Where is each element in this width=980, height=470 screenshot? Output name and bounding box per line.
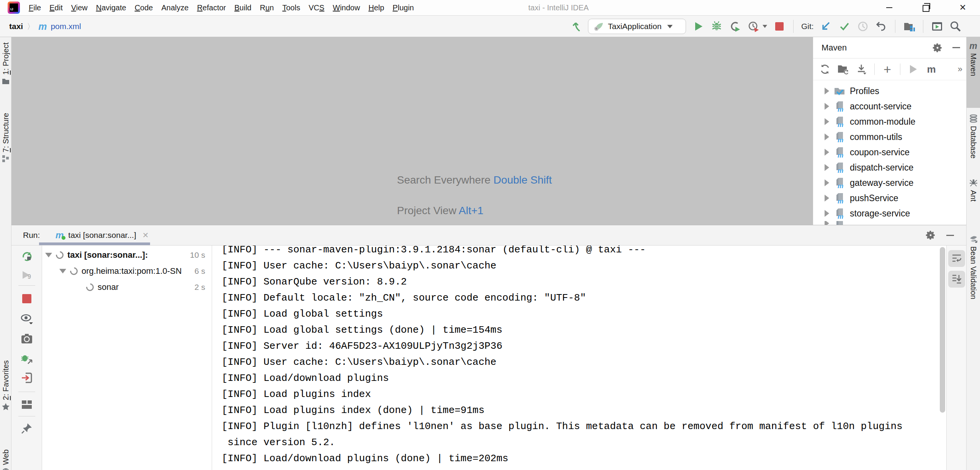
maven-module-row[interactable]: m pushService <box>813 190 966 206</box>
menu-item[interactable]: Plugin <box>389 3 418 12</box>
generate-sources-icon[interactable] <box>838 63 849 75</box>
gear-icon[interactable] <box>926 230 936 240</box>
collapse-icon[interactable] <box>59 269 66 273</box>
scroll-to-end-icon[interactable] <box>948 271 965 288</box>
menu-item[interactable]: Code <box>131 3 157 12</box>
expand-icon[interactable] <box>825 149 829 156</box>
maven-toolwindow: Maven + m » <box>813 37 966 225</box>
run-tree-leaf[interactable]: sonar 2 s <box>86 279 210 295</box>
sidebar-item-bean-validation[interactable]: Bean Validation <box>967 230 980 311</box>
sidebar-item-maven[interactable]: m Maven <box>967 37 980 108</box>
sidebar-item-favorites[interactable]: 2: Favorites <box>0 360 11 410</box>
soft-wrap-icon[interactable] <box>948 250 965 267</box>
hint-project-view: Project View Alt+1 <box>397 205 483 217</box>
sidebar-item-structure[interactable]: 7: Structure <box>0 113 11 162</box>
camera-snapshot-icon[interactable] <box>21 333 33 345</box>
menu-item[interactable]: Analyze <box>157 3 193 12</box>
database-icon <box>969 114 978 123</box>
expand-icon[interactable] <box>825 195 829 202</box>
menu-item[interactable]: Refactor <box>193 3 230 12</box>
run-tree-child[interactable]: org.heima:taxi:pom:1.0-SN 6 s <box>59 263 210 279</box>
restore-layout-icon[interactable] <box>21 398 33 411</box>
maven-profiles-row[interactable]: Profiles <box>813 83 966 99</box>
reimport-maven-icon[interactable] <box>819 63 831 75</box>
sidebar-item-web[interactable]: Web <box>0 449 11 470</box>
expand-icon[interactable] <box>825 103 829 110</box>
rollback-icon[interactable] <box>875 20 887 33</box>
git-commit-button[interactable] <box>838 20 851 33</box>
expand-icon[interactable] <box>825 210 829 217</box>
stop-icon[interactable] <box>21 293 33 305</box>
editor-area[interactable]: Search Everywhere Double Shift Project V… <box>11 37 813 225</box>
menu-item[interactable]: Window <box>328 3 364 12</box>
breadcrumb-project[interactable]: taxi <box>9 22 23 31</box>
hide-icon[interactable] <box>952 47 960 48</box>
maven-file-icon: m <box>38 21 47 32</box>
menu-item[interactable]: Build <box>230 3 255 12</box>
attach-debugger-icon[interactable] <box>21 353 33 365</box>
menu-item[interactable]: Tools <box>278 3 304 12</box>
menu-item[interactable]: Edit <box>45 3 67 12</box>
menu-item[interactable]: Run <box>256 3 278 12</box>
pin-tab-icon[interactable] <box>21 422 33 434</box>
maven-module-row-clipped[interactable] <box>813 221 966 225</box>
sidebar-item-project[interactable]: 1: Project <box>0 42 11 85</box>
rerun-icon[interactable] <box>21 250 33 262</box>
restore-button[interactable] <box>917 0 935 15</box>
project-structure-icon[interactable] <box>903 20 915 33</box>
search-everywhere-icon[interactable] <box>949 20 962 33</box>
exit-process-icon[interactable] <box>21 372 33 384</box>
separator <box>18 392 35 392</box>
svg-text:m: m <box>838 182 843 189</box>
run-configuration-select[interactable]: TaxiApplication <box>588 19 686 34</box>
maven-module-row[interactable]: m gateway-service <box>813 175 966 190</box>
git-update-button[interactable] <box>820 20 832 33</box>
expand-icon[interactable] <box>825 133 829 140</box>
menu-item[interactable]: Help <box>364 3 388 12</box>
expand-icon[interactable] <box>825 164 829 171</box>
menu-item[interactable]: File <box>24 3 45 12</box>
view-options-icon[interactable] <box>21 313 33 325</box>
profiler-button[interactable] <box>747 20 760 33</box>
sidebar-item-ant[interactable]: Ant <box>967 174 980 216</box>
console-scrollbar[interactable] <box>940 247 945 413</box>
maven-module-row[interactable]: m common-module <box>813 114 966 129</box>
expand-icon[interactable] <box>825 179 829 186</box>
execute-maven-goal-icon[interactable]: m <box>926 63 937 75</box>
add-maven-project-icon[interactable]: + <box>882 63 893 75</box>
minimize-button[interactable] <box>880 0 898 15</box>
download-sources-icon[interactable] <box>856 63 867 75</box>
chevron-right-icon: 〉 <box>27 21 34 32</box>
run-tree-root[interactable]: taxi [sonar:sonar...]: 10 s <box>45 247 210 263</box>
menu-item[interactable]: View <box>67 3 92 12</box>
menu-item[interactable]: VCS <box>304 3 328 12</box>
running-indicator <box>62 236 65 240</box>
close-tab-icon[interactable]: ✕ <box>142 231 149 240</box>
run-console[interactable]: [INFO] --- sonar-maven-plugin:3.9.1.2184… <box>212 246 946 470</box>
build-project-icon[interactable] <box>570 20 582 33</box>
breadcrumb-file[interactable]: pom.xml <box>51 22 81 31</box>
sidebar-item-database[interactable]: Database <box>967 110 980 167</box>
run-with-coverage-button[interactable] <box>729 20 741 33</box>
run-anything-icon[interactable] <box>931 20 943 33</box>
maven-module-row[interactable]: m account-service <box>813 99 966 114</box>
expand-icon[interactable] <box>825 118 829 125</box>
collapse-icon[interactable] <box>45 253 52 257</box>
maven-module-row[interactable]: m storage-service <box>813 206 966 221</box>
maven-module-row[interactable]: m dispatch-service <box>813 160 966 175</box>
stop-button[interactable] <box>773 20 786 33</box>
history-icon[interactable] <box>857 20 869 33</box>
maven-module-row[interactable]: m common-utils <box>813 129 966 145</box>
maven-module-row[interactable]: m coupon-service <box>813 145 966 160</box>
run-maven-build-icon[interactable] <box>907 63 919 75</box>
gear-icon[interactable] <box>933 43 942 53</box>
more-actions-icon[interactable]: » <box>958 64 962 74</box>
debug-button[interactable] <box>710 20 723 33</box>
chevron-down-icon[interactable] <box>763 25 767 28</box>
menu-item[interactable]: Navigate <box>92 3 131 12</box>
close-button[interactable]: ✕ <box>954 0 972 15</box>
run-button[interactable] <box>692 20 704 33</box>
hide-icon[interactable] <box>946 235 954 236</box>
console-line: [INFO] User cache: C:\Users\baiyp\.sonar… <box>222 354 946 370</box>
expand-icon[interactable] <box>825 88 829 94</box>
